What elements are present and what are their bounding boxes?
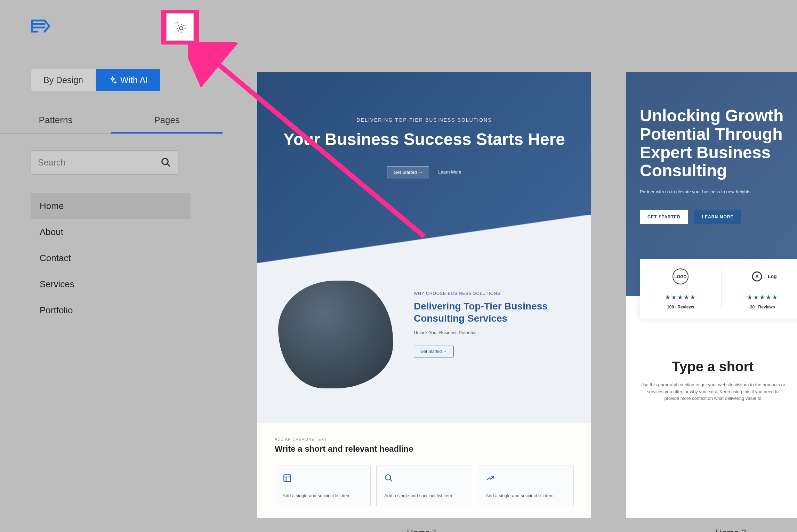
- reviews-text: 30+ Reviews: [729, 305, 797, 309]
- list-item: Add a single and succinct list item: [376, 466, 472, 506]
- with-ai-label: With AI: [120, 75, 148, 85]
- card1-get-started-button: Get Started →: [387, 166, 429, 178]
- card1-mid-section: WHY CHOOSE BUSINESS SOLUTIONS Delivering…: [257, 263, 591, 423]
- card2-bottom-para: Use this paragraph section to get your w…: [640, 381, 786, 402]
- list-item: Add a single and succinct list item: [478, 466, 574, 506]
- svg-point-1: [162, 159, 168, 165]
- card1-mid-image: [278, 281, 393, 388]
- search-wrap: [31, 150, 178, 175]
- card1-mid-para: Unlock Your Business Potential: [414, 330, 570, 335]
- card1-learn-more-button: Learn More: [438, 166, 461, 178]
- list-item: Add a single and succinct list item: [275, 466, 371, 506]
- kadence-logo: [31, 19, 50, 34]
- card2-label: Home 2: [716, 528, 746, 532]
- preview-card-home2[interactable]: Unlocking Growth Potential Through Exper…: [626, 72, 797, 518]
- settings-button[interactable]: [166, 13, 194, 41]
- list-item-text: Add a single and succinct list item: [486, 493, 566, 498]
- card2-hero-headline: Unlocking Growth Potential Through Exper…: [640, 107, 786, 180]
- stars-icon: ★★★★★: [647, 293, 715, 301]
- card1-mid-button: Get Started →: [414, 346, 454, 357]
- card1-mid-overline: WHY CHOOSE BUSINESS SOLUTIONS: [414, 291, 570, 296]
- tab-patterns[interactable]: Patterns: [0, 111, 111, 134]
- reviews-text: 100+ Reviews: [647, 305, 715, 309]
- card1-hero-headline: Your Business Success Starts Here: [257, 130, 591, 149]
- settings-highlight: [161, 10, 199, 45]
- svg-rect-3: [284, 475, 291, 482]
- card1-hero-overline: DELIVERING TOP-TIER BUSINESS SOLUTIONS: [257, 117, 591, 123]
- page-item-home[interactable]: Home: [31, 193, 191, 219]
- layout-icon: [283, 474, 292, 483]
- card2-logos-row: LOGO ★★★★★ 100+ Reviews A Logo ★★★★★ 30+…: [640, 259, 797, 319]
- stars-icon: ★★★★★: [729, 293, 797, 301]
- page-item-services[interactable]: Services: [31, 271, 191, 297]
- svg-point-4: [385, 475, 391, 480]
- sidebar: By Design With AI Patterns Pages Home Ab…: [0, 0, 223, 532]
- logo-cell: A Logo ★★★★★ 30+ Reviews: [722, 268, 797, 309]
- card1-bottom-section: ADD AN OVERLINE TEXT Write a short and r…: [257, 423, 591, 518]
- logo-icon: LOGO: [667, 268, 694, 285]
- card1-bottom-heading: Write a short and relevant headline: [275, 444, 574, 454]
- list-item-text: Add a single and succinct list item: [384, 493, 464, 498]
- svg-text:A: A: [755, 274, 759, 279]
- search-icon: [161, 157, 171, 168]
- sparkle-icon: [108, 76, 117, 84]
- sub-tabs: Patterns Pages: [0, 111, 223, 134]
- svg-point-0: [179, 26, 183, 30]
- by-design-button[interactable]: By Design: [31, 69, 96, 91]
- card1-hero: DELIVERING TOP-TIER BUSINESS SOLUTIONS Y…: [257, 72, 591, 263]
- tab-pages[interactable]: Pages: [111, 111, 223, 134]
- card1-bottom-overline: ADD AN OVERLINE TEXT: [275, 437, 574, 441]
- with-ai-button[interactable]: With AI: [96, 69, 160, 91]
- svg-text:LOGO: LOGO: [675, 274, 687, 279]
- svg-text:Logo: Logo: [768, 274, 776, 279]
- page-item-portfolio[interactable]: Portfolio: [31, 297, 191, 323]
- list-item-text: Add a single and succinct list item: [283, 493, 363, 498]
- card2-hero-sub: Partner with us to elevate your business…: [640, 189, 786, 194]
- card2-get-started-button: GET STARTED: [640, 210, 688, 224]
- search-icon: [384, 474, 393, 483]
- card2-bottom-heading: Type a short: [640, 359, 786, 374]
- card2-learn-more-button: LEARN MORE: [694, 210, 741, 224]
- logo-icon: A Logo: [749, 268, 776, 285]
- preview-area: DELIVERING TOP-TIER BUSINESS SOLUTIONS Y…: [223, 0, 797, 532]
- mode-toggle: By Design With AI: [31, 69, 160, 91]
- trend-icon: [486, 474, 495, 483]
- preview-card-home1[interactable]: DELIVERING TOP-TIER BUSINESS SOLUTIONS Y…: [257, 72, 591, 518]
- card1-label: Home 1: [407, 528, 437, 532]
- page-list: Home About Contact Services Portfolio: [31, 193, 191, 323]
- page-item-about[interactable]: About: [31, 219, 191, 245]
- logo-cell: LOGO ★★★★★ 100+ Reviews: [640, 268, 722, 309]
- card1-mid-heading: Delivering Top-Tier Business Consulting …: [414, 300, 570, 324]
- card2-hero: Unlocking Growth Potential Through Exper…: [626, 72, 797, 296]
- by-design-label: By Design: [43, 75, 83, 85]
- search-input[interactable]: [38, 158, 161, 168]
- page-item-contact[interactable]: Contact: [31, 245, 191, 271]
